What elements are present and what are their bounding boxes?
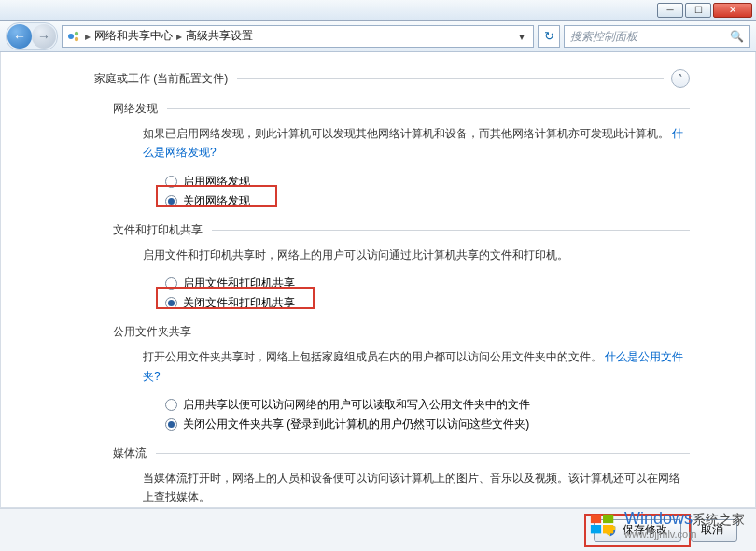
section-title-text: 文件和打印机共享 xyxy=(113,222,203,238)
titlebar: ─ ☐ ✕ xyxy=(0,0,756,21)
section-title-media-stream: 媒体流 xyxy=(113,445,690,461)
search-box[interactable]: 🔍 xyxy=(564,25,750,48)
save-button-label: 保存修改 xyxy=(623,522,667,538)
chevron-up-icon: ˄ xyxy=(678,73,683,85)
radio-disable-public-folder[interactable]: 关闭公用文件夹共享 (登录到此计算机的用户仍然可以访问这些文件夹) xyxy=(165,415,690,434)
radio-icon-selected[interactable] xyxy=(165,418,177,431)
radio-icon-selected[interactable] xyxy=(165,195,177,207)
public-folder-description: 打开公用文件夹共享时，网络上包括家庭组成员在内的用户都可以访问公用文件夹中的文件… xyxy=(143,347,690,386)
arrow-right-icon: → xyxy=(37,29,50,44)
content-area: 家庭或工作 (当前配置文件) ˄ 网络发现 如果已启用网络发现，则此计算机可以发… xyxy=(0,52,756,508)
svg-point-2 xyxy=(75,36,78,40)
cancel-button[interactable]: 取消 xyxy=(691,519,737,542)
file-printer-options: 启用文件和打印机共享 关闭文件和打印机共享 xyxy=(165,274,690,313)
section-title-network-discovery: 网络发现 xyxy=(113,101,690,117)
save-button-wrap: 保存修改 xyxy=(594,519,681,542)
divider xyxy=(237,78,664,79)
radio-enable-file-printer[interactable]: 启用文件和打印机共享 xyxy=(165,274,690,293)
cancel-button-label: 取消 xyxy=(701,522,723,538)
close-button[interactable]: ✕ xyxy=(713,3,752,18)
network-discovery-description: 如果已启用网络发现，则此计算机可以发现其他网络计算机和设备，而其他网络计算机亦可… xyxy=(143,124,690,162)
network-discovery-options: 启用网络发现 关闭网络发现 xyxy=(165,172,690,211)
section-title-text: 网络发现 xyxy=(113,101,158,117)
chevron-right-icon: ▸ xyxy=(85,30,91,43)
radio-icon-selected[interactable] xyxy=(165,297,177,309)
search-input[interactable] xyxy=(570,30,730,43)
back-button[interactable]: ← xyxy=(7,24,32,49)
radio-enable-public-folder[interactable]: 启用共享以便可以访问网络的用户可以读取和写入公用文件夹中的文件 xyxy=(165,395,690,415)
svg-point-0 xyxy=(68,34,74,39)
arrow-left-icon: ← xyxy=(13,29,26,44)
radio-enable-network-discovery[interactable]: 启用网络发现 xyxy=(165,172,690,191)
search-icon[interactable]: 🔍 xyxy=(730,30,744,43)
radio-disable-file-printer[interactable]: 关闭文件和打印机共享 xyxy=(165,293,690,313)
radio-disable-network-discovery[interactable]: 关闭网络发现 xyxy=(165,191,690,211)
divider xyxy=(201,332,690,332)
divider xyxy=(167,108,690,109)
section-title-public-folder: 公用文件夹共享 xyxy=(113,324,690,340)
collapse-button[interactable]: ˄ xyxy=(671,69,690,88)
chevron-right-icon: ▸ xyxy=(176,30,182,43)
forward-button[interactable]: → xyxy=(32,24,56,49)
navbar: ← → ▸ 网络和共享中心 ▸ 高级共享设置 ▾ ↻ 🔍 xyxy=(0,21,756,52)
radio-label: 启用文件和打印机共享 xyxy=(183,276,295,291)
section-title-text: 媒体流 xyxy=(113,445,147,461)
breadcrumb-dropdown[interactable]: ▾ xyxy=(514,30,529,43)
refresh-icon: ↻ xyxy=(544,29,554,43)
radio-label: 关闭文件和打印机共享 xyxy=(183,295,295,311)
nav-buttons: ← → xyxy=(6,22,58,50)
public-folder-options: 启用共享以便可以访问网络的用户可以读取和写入公用文件夹中的文件 关闭公用文件夹共… xyxy=(165,395,690,434)
media-stream-description: 当媒体流打开时，网络上的人员和设备便可以访问该计算机上的图片、音乐以及视频。该计… xyxy=(143,469,690,507)
radio-icon[interactable] xyxy=(165,277,177,290)
uac-shield-icon xyxy=(604,524,617,537)
network-center-icon xyxy=(66,29,81,44)
file-printer-description: 启用文件和打印机共享时，网络上的用户可以访问通过此计算机共享的文件和打印机。 xyxy=(143,246,690,264)
minimize-button[interactable]: ─ xyxy=(657,3,683,18)
section-title-text: 公用文件夹共享 xyxy=(113,324,191,340)
profile-header: 家庭或工作 (当前配置文件) ˄ xyxy=(94,69,690,88)
radio-label: 启用网络发现 xyxy=(183,174,250,190)
maximize-button[interactable]: ☐ xyxy=(685,3,711,18)
breadcrumb-item-advanced-sharing[interactable]: 高级共享设置 xyxy=(186,28,253,44)
save-button[interactable]: 保存修改 xyxy=(594,519,681,542)
svg-point-1 xyxy=(75,31,78,35)
radio-label: 启用共享以便可以访问网络的用户可以读取和写入公用文件夹中的文件 xyxy=(183,397,530,413)
footer: 保存修改 取消 xyxy=(0,508,756,551)
radio-label: 关闭公用文件夹共享 (登录到此计算机的用户仍然可以访问这些文件夹) xyxy=(183,417,529,432)
divider xyxy=(156,453,690,454)
refresh-button[interactable]: ↻ xyxy=(538,25,560,48)
breadcrumb-item-network-center[interactable]: 网络和共享中心 xyxy=(94,28,173,44)
breadcrumb[interactable]: ▸ 网络和共享中心 ▸ 高级共享设置 ▾ xyxy=(62,25,534,48)
profile-label: 家庭或工作 (当前配置文件) xyxy=(94,71,228,87)
divider xyxy=(212,230,690,231)
section-title-file-printer: 文件和打印机共享 xyxy=(113,222,690,238)
radio-label: 关闭网络发现 xyxy=(183,193,250,209)
radio-icon[interactable] xyxy=(165,176,177,188)
radio-icon[interactable] xyxy=(165,399,177,411)
